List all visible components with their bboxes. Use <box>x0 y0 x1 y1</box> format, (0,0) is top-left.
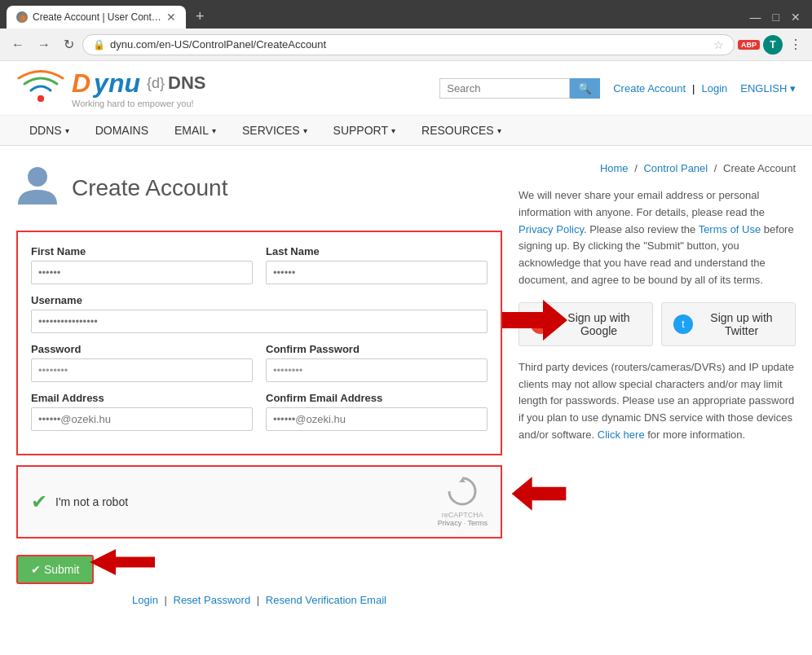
address-bar-container[interactable]: 🔒 ☆ <box>82 34 735 55</box>
recaptcha-brand: reCAPTCHA <box>442 511 483 519</box>
info-paragraph: We will never share your email address o… <box>519 187 796 289</box>
nav-domains[interactable]: DOMAINS <box>82 116 161 145</box>
refresh-button[interactable]: ↻ <box>59 33 79 55</box>
forward-button[interactable]: → <box>33 34 55 55</box>
login-bottom-link[interactable]: Login <box>132 594 158 606</box>
browser-chrome: Create Account | User Control Pa ✕ + — □… <box>0 0 812 29</box>
nav-support-label: SUPPORT <box>333 124 388 137</box>
last-name-label: Last Name <box>266 245 488 257</box>
sep2: | <box>257 594 259 606</box>
confirm-email-group: Confirm Email Address <box>266 392 488 431</box>
confirm-password-label: Confirm Password <box>266 343 488 355</box>
browser-menu-button[interactable]: ⋮ <box>786 33 805 55</box>
password-input[interactable] <box>31 358 253 382</box>
username-input[interactable] <box>31 310 488 333</box>
nav-email-arrow: ▾ <box>212 126 216 135</box>
breadcrumb-home[interactable]: Home <box>600 162 629 174</box>
svg-point-2 <box>28 167 47 187</box>
captcha-left: ✔ I'm not a robot <box>31 490 128 513</box>
annotation-arrow-right <box>502 296 567 347</box>
captcha-privacy-link[interactable]: Privacy <box>438 519 462 527</box>
nav-email[interactable]: EMAIL ▾ <box>161 116 229 145</box>
nav-ddns[interactable]: DDNS ▾ <box>16 116 82 145</box>
login-link[interactable]: Login <box>702 82 728 95</box>
content-area: Create Account First Name <box>0 146 812 622</box>
tab-close-button[interactable]: ✕ <box>166 11 176 24</box>
logo-dns-prefix: {d} <box>147 75 165 92</box>
top-navigation: D ynu {d} DNS Working hard to empower yo… <box>0 61 812 116</box>
sign-up-google-label: Sign up with Google <box>557 311 641 337</box>
recaptcha-svg <box>448 477 477 506</box>
captcha-terms-link[interactable]: Terms <box>468 519 488 527</box>
resend-verification-link[interactable]: Resend Verification Email <box>266 594 386 606</box>
bookmark-icon[interactable]: ☆ <box>713 38 724 51</box>
terms-of-use-link[interactable]: Terms of Use <box>699 223 761 235</box>
privacy-policy-link[interactable]: Privacy Policy <box>519 223 584 235</box>
right-column: Home / Control Panel / Create Account We… <box>519 162 796 606</box>
user-icon <box>16 162 59 214</box>
first-name-input[interactable] <box>31 261 253 284</box>
lock-icon: 🔒 <box>93 39 105 51</box>
captcha-right: reCAPTCHA Privacy · Terms <box>438 477 488 527</box>
nav-services-label: SERVICES <box>242 124 300 137</box>
create-account-link[interactable]: Create Account <box>613 82 686 95</box>
svg-marker-5 <box>90 549 155 575</box>
user-avatar-icon <box>16 162 59 204</box>
first-name-group: First Name <box>31 245 253 284</box>
breadcrumb: Home / Control Panel / Create Account <box>519 162 796 174</box>
svg-marker-3 <box>502 300 567 341</box>
user-avatar[interactable]: T <box>763 35 783 55</box>
search-input[interactable] <box>439 78 570 99</box>
confirm-email-input[interactable] <box>266 407 488 431</box>
svg-marker-4 <box>512 477 567 511</box>
maximize-button[interactable]: □ <box>768 9 784 25</box>
username-label: Username <box>31 294 488 306</box>
last-name-group: Last Name <box>266 245 488 284</box>
breadcrumb-control-panel[interactable]: Control Panel <box>643 162 708 174</box>
click-here-link[interactable]: Click here <box>598 429 645 441</box>
language-selector[interactable]: ENGLISH ▾ <box>740 82 796 95</box>
confirm-email-label: Confirm Email Address <box>266 392 488 404</box>
create-account-form: First Name Last Name Username <box>16 231 502 455</box>
site-logo: D ynu {d} DNS Working hard to empower yo… <box>16 68 206 108</box>
annotation-arrow-captcha <box>510 473 567 517</box>
nav-services[interactable]: SERVICES ▾ <box>229 116 320 145</box>
nav-support[interactable]: SUPPORT ▾ <box>320 116 408 145</box>
search-icon: 🔍 <box>578 82 592 95</box>
nav-ddns-label: DDNS <box>29 124 62 137</box>
logo-tagline: Working hard to empower you! <box>72 99 206 108</box>
address-bar[interactable] <box>110 38 708 51</box>
reset-password-link[interactable]: Reset Password <box>174 594 251 606</box>
email-input[interactable] <box>31 407 253 431</box>
new-tab-button[interactable]: + <box>189 5 211 29</box>
top-links: Create Account | Login <box>613 82 727 95</box>
back-button[interactable]: ← <box>7 34 29 55</box>
svg-point-1 <box>38 95 44 102</box>
minimize-button[interactable]: — <box>745 9 766 25</box>
sep1: | <box>164 594 166 606</box>
breadcrumb-sep2: / <box>714 162 717 174</box>
nav-support-arrow: ▾ <box>391 126 395 135</box>
twitter-icon: t <box>673 314 693 334</box>
nav-ddns-arrow: ▾ <box>65 126 69 135</box>
confirm-password-input[interactable] <box>266 358 488 382</box>
active-tab[interactable]: Create Account | User Control Pa ✕ <box>7 6 186 29</box>
browser-controls-bar: ← → ↻ 🔒 ☆ ABP T ⋮ <box>0 29 812 61</box>
name-row: First Name Last Name <box>31 245 488 284</box>
page-header: Create Account <box>16 162 502 214</box>
abp-badge[interactable]: ABP <box>738 40 760 50</box>
captcha-widget[interactable]: ✔ I'm not a robot reCAPTCHA <box>16 465 502 539</box>
captcha-section: ✔ I'm not a robot reCAPTCHA <box>16 465 502 539</box>
password-group: Password <box>31 343 253 382</box>
breadcrumb-sep1: / <box>634 162 638 174</box>
annotation-arrow-submit <box>90 548 155 578</box>
last-name-input[interactable] <box>266 261 488 284</box>
sign-up-twitter-button[interactable]: t Sign up with Twitter <box>661 302 796 346</box>
tab-title: Create Account | User Control Pa <box>33 11 161 23</box>
submit-button[interactable]: ✔ Submit <box>16 555 94 584</box>
search-button[interactable]: 🔍 <box>570 78 600 99</box>
logo-ynu: ynu <box>94 68 140 99</box>
close-button[interactable]: ✕ <box>786 9 805 25</box>
nav-resources[interactable]: RESOURCES ▾ <box>408 116 514 145</box>
third-party-info: Third party devices (routers/cameras/DVR… <box>519 359 796 444</box>
